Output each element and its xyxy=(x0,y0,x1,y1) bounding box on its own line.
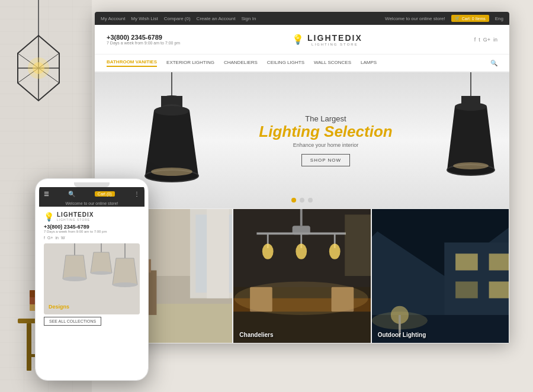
googleplus-icon[interactable]: G+ xyxy=(483,37,490,43)
topbar-links: My Account My Wish List Compare (0) Crea… xyxy=(101,16,256,21)
svg-rect-63 xyxy=(345,214,371,276)
store-logo[interactable]: 💡 LIGHTEDIX LIGHTING STORE xyxy=(292,33,362,46)
phone-logo-sub: LIGHTING STORE xyxy=(57,218,94,221)
svg-point-60 xyxy=(296,243,307,259)
svg-point-61 xyxy=(329,243,341,259)
phone-social-links: f G+ in W xyxy=(44,236,140,240)
svg-rect-67 xyxy=(455,253,478,270)
product-card-chandelier[interactable]: Chandeliers xyxy=(233,208,371,343)
svg-rect-70 xyxy=(489,281,509,298)
phone-collections-button[interactable]: SEE ALL COLLECTIONS xyxy=(44,317,101,326)
phone-product-image: Designs xyxy=(44,243,140,314)
hero-section: The Largest Lighting Selection Enhance y… xyxy=(95,72,509,208)
svg-point-80 xyxy=(63,277,86,281)
phone-g-icon[interactable]: G+ xyxy=(47,236,53,240)
hero-description: Enhance your home interior xyxy=(259,142,392,148)
phone-logo-icon: 💡 xyxy=(44,212,54,221)
linkedin-icon[interactable]: in xyxy=(493,37,497,43)
hero-pagination-dots xyxy=(291,198,313,203)
decorative-lamp-left xyxy=(6,0,71,150)
nav-exterior-lighting[interactable]: EXTERIOR LIGHTING xyxy=(166,60,214,66)
phone-in-icon[interactable]: in xyxy=(56,236,59,240)
product-label-outdoor: Outdoor Lighting xyxy=(378,332,426,338)
phone-logo-text: LIGHTEDIX xyxy=(57,211,94,218)
browser-topbar: My Account My Wish List Compare (0) Crea… xyxy=(95,12,509,25)
phone-welcome-bar: Welcome to our online store! xyxy=(39,200,145,207)
nav-bathroom-vanities[interactable]: BATHROOM VANITIES xyxy=(107,59,157,67)
main-navigation: BATHROOM VANITIES EXTERIOR LIGHTING CHAN… xyxy=(95,54,509,72)
social-links: f t G+ in xyxy=(474,37,497,43)
product-label-chandelier: Chandeliers xyxy=(239,332,273,338)
phone-mockup: ☰ 🔍 Cart (0) ⋮ Welcome to our online sto… xyxy=(36,179,148,380)
hero-dot-1[interactable] xyxy=(291,198,296,203)
product-card-outdoor[interactable]: Outdoor Lighting xyxy=(371,208,509,343)
facebook-icon[interactable]: f xyxy=(474,37,476,43)
nav-wall-sconces[interactable]: WALL SCONCES xyxy=(314,60,351,66)
phone-cart-button[interactable]: Cart (0) xyxy=(95,191,115,197)
svg-rect-9 xyxy=(27,323,31,371)
phone-body: 💡 LIGHTEDIX LIGHTING STORE +3(800) 2345-… xyxy=(39,207,145,330)
store-hours: 7 Days a week from 9:00 am to 7:00 pm xyxy=(107,41,180,45)
phone-topbar: ☰ 🔍 Cart (0) ⋮ xyxy=(39,187,145,200)
phone-logo: 💡 LIGHTEDIX LIGHTING STORE xyxy=(44,211,140,221)
sign-in-link[interactable]: Sign In xyxy=(241,16,256,21)
svg-point-59 xyxy=(262,243,274,259)
svg-point-7 xyxy=(33,62,44,74)
svg-point-62 xyxy=(235,281,368,315)
phone-notch xyxy=(74,182,110,187)
phone-more-icon[interactable]: ⋮ xyxy=(134,191,140,197)
logo-bulb-icon: 💡 xyxy=(292,34,304,45)
svg-point-77 xyxy=(372,311,428,329)
hero-dot-2[interactable] xyxy=(300,198,304,203)
phone-section-label: Designs xyxy=(49,304,69,310)
phone-menu-icon[interactable]: ☰ xyxy=(44,191,49,197)
create-account-link[interactable]: Create an Account xyxy=(197,16,236,21)
phone-fb-icon[interactable]: f xyxy=(44,236,45,240)
store-header: +3(800) 2345-6789 7 Days a week from 9:0… xyxy=(95,25,509,54)
welcome-text: Welcome to our online store! xyxy=(385,16,445,21)
svg-rect-68 xyxy=(489,253,509,270)
svg-point-24 xyxy=(151,168,192,176)
svg-point-84 xyxy=(113,282,137,287)
wishlist-link[interactable]: My Wish List xyxy=(131,16,158,21)
compare-link[interactable]: Compare (0) xyxy=(164,16,191,21)
hero-pendant-lamp-right xyxy=(438,72,503,205)
phone-search-icon[interactable]: 🔍 xyxy=(68,191,75,197)
hero-dot-3[interactable] xyxy=(308,198,313,203)
svg-point-21 xyxy=(154,106,190,115)
nav-ceiling-lights[interactable]: CEILING LIGHTS xyxy=(267,60,304,66)
phone-hours-mobile: 7 Days a week from 9:00 am to 7:00 pm xyxy=(44,230,140,233)
shop-now-button[interactable]: SHOP NOW xyxy=(301,154,350,166)
phone-number-mobile: +3(800) 2345-6789 xyxy=(44,224,140,230)
phone-number: +3(800) 2345-6789 xyxy=(107,34,180,41)
svg-point-31 xyxy=(453,162,489,169)
browser-window: My Account My Wish List Compare (0) Crea… xyxy=(95,12,509,343)
hero-title: Lighting Selection xyxy=(259,123,392,140)
svg-point-28 xyxy=(455,102,487,111)
hero-subtitle: The Largest xyxy=(259,114,392,123)
nav-chandeliers[interactable]: CHANDELIERS xyxy=(224,60,258,66)
phone-w-icon[interactable]: W xyxy=(61,236,65,240)
hero-content: The Largest Lighting Selection Enhance y… xyxy=(259,114,392,167)
topbar-right: Welcome to our online store! 🛒 Cart: 0 I… xyxy=(385,15,503,22)
svg-point-82 xyxy=(91,271,112,275)
product-grid: t Lighting xyxy=(95,208,509,343)
nav-lamps[interactable]: LAMPS xyxy=(361,60,377,66)
logo-tagline: LIGHTING STORE xyxy=(307,43,362,46)
twitter-icon[interactable]: t xyxy=(479,37,480,43)
search-icon[interactable]: 🔍 xyxy=(490,60,497,66)
phone-info: +3(800) 2345-6789 7 Days a week from 9:0… xyxy=(107,34,180,45)
cart-button[interactable]: 🛒 Cart: 0 Items xyxy=(451,15,489,22)
logo-name: LIGHTEDIX xyxy=(307,33,362,43)
my-account-link[interactable]: My Account xyxy=(101,16,125,21)
language-selector[interactable]: Eng xyxy=(495,16,503,21)
svg-rect-69 xyxy=(455,281,478,298)
svg-rect-36 xyxy=(207,209,229,298)
